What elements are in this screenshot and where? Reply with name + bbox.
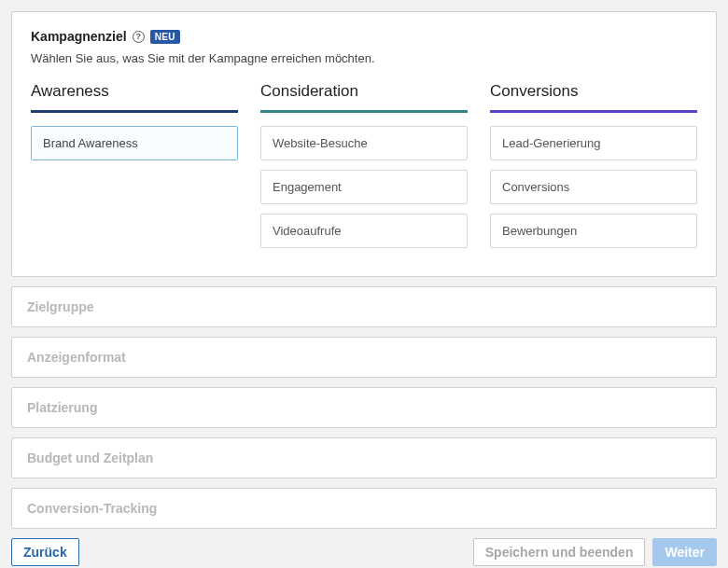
help-icon[interactable]: ? — [133, 31, 145, 43]
awareness-title: Awareness — [31, 82, 238, 101]
consideration-title: Consideration — [260, 82, 468, 101]
panel-subtitle: Wählen Sie aus, was Sie mit der Kampagne… — [31, 51, 697, 65]
section-conversion-tracking: Conversion-Tracking — [11, 488, 717, 529]
panel-title: Kampagnenziel — [31, 29, 127, 44]
conversions-column: Conversions Lead-Generierung Conversions… — [490, 82, 697, 257]
consideration-column: Consideration Website-Besuche Engagement… — [260, 82, 468, 257]
option-lead-generation[interactable]: Lead-Generierung — [490, 126, 697, 160]
conversions-underline — [490, 110, 697, 113]
footer-right: Speichern und beenden Weiter — [473, 538, 717, 566]
awareness-column: Awareness Brand Awareness — [31, 82, 238, 257]
panel-title-row: Kampagnenziel ? NEU — [31, 29, 697, 44]
option-conversions[interactable]: Conversions — [490, 170, 697, 204]
section-placement: Platzierung — [11, 387, 717, 428]
footer: Zurück Speichern und beenden Weiter — [11, 538, 717, 566]
objective-columns: Awareness Brand Awareness Consideration … — [31, 82, 697, 257]
option-job-applications[interactable]: Bewerbungen — [490, 214, 697, 248]
section-ad-format: Anzeigenformat — [11, 337, 717, 378]
awareness-underline — [31, 110, 238, 113]
option-website-visits[interactable]: Website-Besuche — [260, 126, 468, 160]
option-engagement[interactable]: Engagement — [260, 170, 468, 204]
next-button[interactable]: Weiter — [652, 538, 717, 566]
save-exit-button[interactable]: Speichern und beenden — [473, 538, 646, 566]
conversions-title: Conversions — [490, 82, 697, 101]
consideration-underline — [260, 110, 468, 113]
option-brand-awareness[interactable]: Brand Awareness — [31, 126, 238, 160]
campaign-objective-panel: Kampagnenziel ? NEU Wählen Sie aus, was … — [11, 11, 717, 277]
new-badge: NEU — [150, 30, 180, 44]
back-button[interactable]: Zurück — [11, 538, 79, 566]
section-audience: Zielgruppe — [11, 286, 717, 327]
option-video-views[interactable]: Videoaufrufe — [260, 214, 468, 248]
section-budget-schedule: Budget und Zeitplan — [11, 437, 717, 478]
